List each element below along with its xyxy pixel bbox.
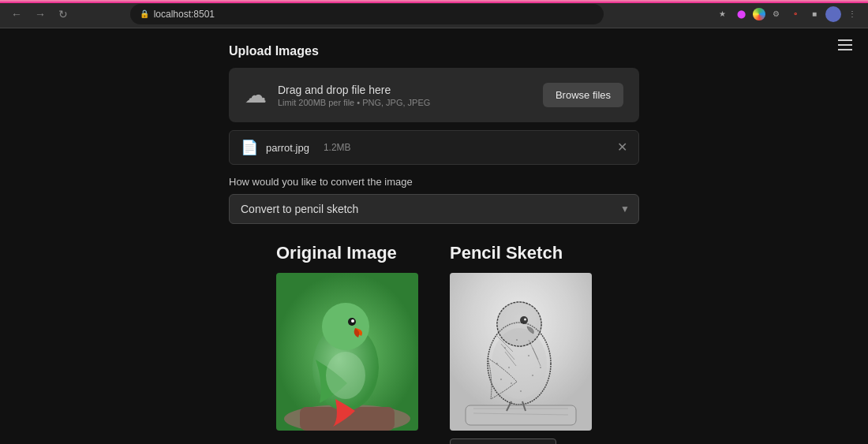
url-text: localhost:8501 <box>154 9 215 20</box>
puzzle-icon[interactable]: ⚙ <box>769 6 784 22</box>
download-button[interactable]: Download image <box>450 438 556 444</box>
svg-point-32 <box>540 367 541 368</box>
svg-point-27 <box>528 355 529 356</box>
menu-icon[interactable]: ⋮ <box>844 6 860 22</box>
bookmark-icon[interactable]: ★ <box>715 6 731 22</box>
svg-point-20 <box>524 319 526 321</box>
browser-chrome: ← → ↻ 🔒 localhost:8501 ★ ⬤ ⚙ ⚬ ■ ⋮ <box>0 0 868 28</box>
page-container: Upload Images ☁ Drag and drop file here … <box>229 44 639 243</box>
svg-point-31 <box>496 363 498 364</box>
svg-point-13 <box>497 302 541 346</box>
file-left: 📄 parrot.jpg 1.2MB <box>241 139 351 156</box>
extensions-icon[interactable]: ⬤ <box>734 6 750 22</box>
limit-text: Limit 200MB per file • PNG, JPG, JPEG <box>278 98 430 107</box>
original-heading: Original Image <box>276 243 397 263</box>
svg-point-35 <box>500 379 502 380</box>
upload-dropzone[interactable]: ☁ Drag and drop file here Limit 200MB pe… <box>229 68 639 122</box>
file-size: 1.2MB <box>324 142 351 153</box>
original-parrot-svg <box>276 273 418 431</box>
question-label: How would you like to convert the image <box>229 176 639 188</box>
page-title: Upload Images <box>229 44 639 58</box>
browse-files-button[interactable]: Browse files <box>543 83 623 107</box>
file-icon: 📄 <box>241 139 258 156</box>
opera-icon[interactable]: ⚬ <box>788 6 803 22</box>
conversion-dropdown-wrapper: Convert to pencil sketch Convert to wate… <box>229 194 639 224</box>
conversion-dropdown[interactable]: Convert to pencil sketch Convert to wate… <box>229 194 639 224</box>
browser-top-bar <box>0 0 868 3</box>
sketch-heading: Pencil Sketch <box>450 243 563 263</box>
browser-actions: ★ ⬤ ⚙ ⚬ ■ ⋮ <box>715 6 860 22</box>
lock-icon: 🔒 <box>140 9 149 18</box>
svg-point-30 <box>532 375 533 376</box>
drag-text: Drag and drop file here <box>278 84 430 96</box>
sketch-parrot-svg <box>450 273 592 431</box>
svg-point-7 <box>326 352 365 399</box>
sketch-image <box>450 273 592 431</box>
svg-point-19 <box>520 316 528 324</box>
svg-point-4 <box>322 303 369 350</box>
svg-point-28 <box>516 339 518 341</box>
svg-point-33 <box>520 390 522 392</box>
chrome-icon[interactable] <box>753 8 765 21</box>
address-bar[interactable]: 🔒 localhost:8501 <box>130 4 604 24</box>
hamburger-menu[interactable] <box>838 39 852 50</box>
file-name: parrot.jpg <box>266 142 309 154</box>
profile-icon[interactable] <box>825 6 841 22</box>
svg-point-26 <box>504 347 506 349</box>
ext-icon[interactable]: ■ <box>806 6 822 22</box>
forward-button[interactable]: → <box>32 6 49 22</box>
back-button[interactable]: ← <box>8 6 25 22</box>
file-item: 📄 parrot.jpg 1.2MB ✕ <box>229 130 639 165</box>
main-content: Upload Images ☁ Drag and drop file here … <box>0 28 868 444</box>
svg-point-29 <box>508 367 510 368</box>
images-section: Original Image <box>22 243 847 444</box>
original-image-column: Original Image <box>276 243 418 431</box>
remove-file-button[interactable]: ✕ <box>617 141 627 154</box>
svg-point-6 <box>351 319 354 323</box>
upload-left: ☁ Drag and drop file here Limit 200MB pe… <box>245 82 430 108</box>
original-image <box>276 273 418 431</box>
cloud-upload-icon: ☁ <box>245 82 267 108</box>
sketch-image-column: Pencil Sketch <box>450 243 592 444</box>
refresh-button[interactable]: ↻ <box>55 6 71 22</box>
svg-point-34 <box>511 382 512 384</box>
upload-text: Drag and drop file here Limit 200MB per … <box>278 84 430 107</box>
